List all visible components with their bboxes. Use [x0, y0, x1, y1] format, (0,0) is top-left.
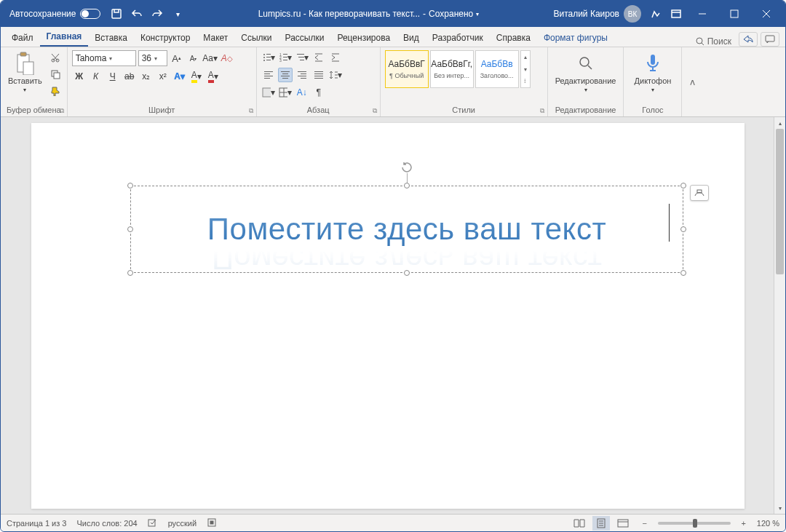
print-layout-icon[interactable] — [592, 516, 610, 531]
tab-insert[interactable]: Вставка — [88, 28, 134, 47]
tab-review[interactable]: Рецензирова — [330, 28, 397, 47]
paste-button[interactable]: Вставить ▾ — [5, 50, 45, 95]
save-icon[interactable] — [106, 4, 127, 24]
tab-developer[interactable]: Разработчик — [426, 28, 490, 47]
svg-point-3 — [696, 38, 702, 44]
format-painter-icon[interactable] — [48, 84, 63, 98]
comments-button[interactable] — [761, 32, 779, 47]
tab-shape-format[interactable]: Формат фигуры — [537, 28, 614, 47]
styles-gallery-more[interactable]: ▴▾⁞ — [520, 50, 531, 88]
clear-format-icon[interactable]: A◇ — [220, 51, 234, 65]
share-button[interactable] — [739, 32, 758, 47]
status-language[interactable]: русский — [168, 519, 196, 528]
autosave-toggle[interactable] — [80, 9, 100, 19]
svg-rect-1 — [672, 10, 680, 17]
cut-icon[interactable] — [48, 50, 63, 65]
indent-increase-icon[interactable] — [328, 50, 343, 65]
svg-rect-35 — [298, 71, 306, 72]
group-clipboard: Вставить ▾ Буфер обмена⧉ — [1, 47, 68, 116]
font-dialog-icon[interactable]: ⧉ — [249, 107, 253, 115]
scroll-down-icon[interactable]: ▾ — [774, 502, 785, 514]
rotate-handle-icon[interactable] — [401, 162, 413, 173]
tab-help[interactable]: Справка — [490, 28, 537, 47]
maximize-button[interactable] — [718, 1, 750, 27]
scroll-up-icon[interactable]: ▴ — [774, 117, 785, 129]
style-normal[interactable]: АаБбВвГ¶ Обычный — [385, 50, 429, 88]
zoom-out-icon[interactable]: − — [636, 516, 654, 531]
spell-check-icon[interactable] — [148, 517, 158, 529]
editing-button[interactable]: Редактирование ▾ — [552, 50, 619, 95]
scroll-thumb[interactable] — [776, 129, 784, 274]
subscript-button[interactable]: x₂ — [139, 69, 154, 84]
font-size-combo[interactable]: 36▾ — [138, 50, 167, 66]
vertical-scrollbar[interactable]: ▴ ▾ — [774, 117, 785, 514]
tab-design[interactable]: Конструктор — [134, 28, 196, 47]
user-name: Виталий Каиров — [553, 9, 619, 19]
saved-dropdown-icon[interactable]: ▾ — [476, 11, 479, 17]
multilevel-icon[interactable]: ▾ — [295, 50, 309, 65]
collapse-ribbon-icon[interactable]: ʌ — [682, 47, 702, 116]
clipboard-dialog-icon[interactable]: ⧉ — [60, 107, 64, 115]
bullets-icon[interactable]: ▾ — [261, 50, 276, 65]
qat-customize-icon[interactable]: ▾ — [167, 4, 188, 24]
redo-icon[interactable] — [147, 4, 167, 24]
svg-rect-34 — [282, 78, 288, 79]
italic-button[interactable]: К — [89, 69, 103, 84]
saved-status[interactable]: Сохранено — [429, 9, 473, 19]
strike-button[interactable]: ab — [122, 69, 137, 84]
line-spacing-icon[interactable]: ▾ — [328, 68, 343, 82]
change-case-icon[interactable]: Aa▾ — [203, 51, 218, 65]
show-marks-icon[interactable]: ¶ — [311, 85, 326, 100]
shading-icon[interactable]: ▾ — [261, 85, 276, 100]
wordart-selection[interactable]: Поместите здесь ваш текст Поместите здес… — [130, 186, 683, 273]
paragraph-dialog-icon[interactable]: ⧉ — [373, 107, 377, 115]
status-page[interactable]: Страница 1 из 3 — [7, 519, 66, 528]
font-color-button[interactable]: A▾ — [206, 69, 221, 84]
user-account[interactable]: Виталий Каиров ВК — [549, 5, 646, 23]
tab-home[interactable]: Главная — [40, 27, 89, 47]
coming-soon-icon[interactable] — [646, 4, 666, 24]
undo-icon[interactable] — [127, 4, 147, 24]
tab-view[interactable]: Вид — [397, 28, 426, 47]
layout-options-icon[interactable] — [690, 185, 709, 201]
sort-icon[interactable]: A↓ — [295, 85, 309, 100]
font-name-combo[interactable]: Tahoma▾ — [72, 50, 136, 66]
indent-decrease-icon[interactable] — [311, 50, 326, 65]
macro-record-icon[interactable] — [207, 517, 217, 529]
bold-button[interactable]: Ж — [72, 69, 87, 84]
ribbon-display-icon[interactable] — [666, 4, 686, 24]
text-effects-button[interactable]: A▾ — [172, 69, 187, 84]
zoom-level[interactable]: 120 % — [757, 519, 779, 528]
tab-layout[interactable]: Макет — [196, 28, 234, 47]
style-heading1[interactable]: АаБбВвЗаголово... — [475, 50, 519, 88]
highlight-button[interactable]: A▾ — [189, 69, 204, 84]
align-center-icon[interactable] — [278, 68, 293, 82]
zoom-in-icon[interactable]: + — [735, 516, 753, 531]
grow-font-icon[interactable]: A▴ — [170, 51, 184, 65]
styles-dialog-icon[interactable]: ⧉ — [540, 107, 544, 115]
superscript-button[interactable]: x² — [156, 69, 170, 84]
tab-mailings[interactable]: Рассылки — [279, 28, 331, 47]
align-justify-icon[interactable] — [311, 68, 326, 82]
zoom-slider[interactable] — [658, 522, 731, 525]
align-left-icon[interactable] — [261, 68, 276, 82]
numbering-icon[interactable]: 123▾ — [278, 50, 293, 65]
close-button[interactable] — [750, 1, 782, 27]
borders-icon[interactable]: ▾ — [278, 85, 293, 100]
ribbon-tabs: Файл Главная Вставка Конструктор Макет С… — [1, 27, 785, 47]
search-box[interactable]: Поиск — [690, 36, 737, 47]
shrink-font-icon[interactable]: A▾ — [186, 51, 201, 65]
minimize-button[interactable] — [686, 1, 718, 27]
svg-rect-11 — [54, 73, 60, 79]
tab-file[interactable]: Файл — [5, 28, 40, 47]
web-layout-icon[interactable] — [614, 516, 632, 531]
page[interactable]: Поместите здесь ваш текст Поместите здес… — [31, 123, 745, 509]
align-right-icon[interactable] — [295, 68, 309, 82]
status-words[interactable]: Число слов: 204 — [76, 519, 137, 528]
underline-button[interactable]: Ч — [106, 69, 120, 84]
tab-references[interactable]: Ссылки — [234, 28, 278, 47]
read-mode-icon[interactable] — [571, 516, 588, 531]
copy-icon[interactable] — [48, 67, 63, 82]
dictate-button[interactable]: Диктофон ▾ — [632, 50, 675, 95]
style-no-spacing[interactable]: АаБбВвГг,Без интер... — [430, 50, 474, 88]
